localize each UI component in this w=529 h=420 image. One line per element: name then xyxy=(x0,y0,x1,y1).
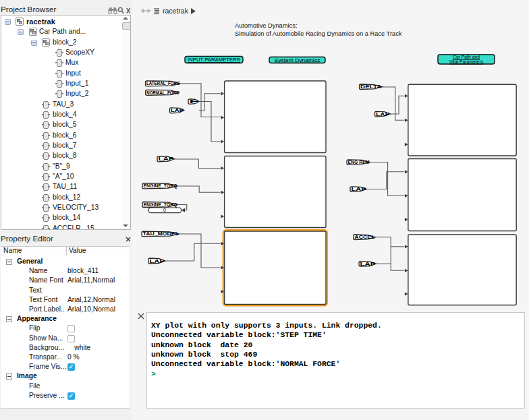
svg-text:Vital Parameters: Vital Parameters xyxy=(449,59,484,64)
svg-text:LAP: LAP xyxy=(360,262,377,266)
svg-text:LAP: LAP xyxy=(150,259,165,264)
svg-text:LAP: LAP xyxy=(352,187,367,191)
svg-text:ACCEL: ACCEL xyxy=(354,235,375,239)
svg-text:LAP: LAP xyxy=(376,112,390,117)
svg-text:DELTA: DELTA xyxy=(360,84,382,89)
svg-text:TAU_MODEL: TAU_MODEL xyxy=(143,231,179,236)
svg-text:LAP: LAP xyxy=(171,108,184,113)
svg-text:0: 0 xyxy=(163,208,166,212)
svg-text:LAP: LAP xyxy=(159,156,175,161)
svg-text:ENGINE_TORQ: ENGINE_TORQ xyxy=(144,183,178,189)
svg-text:System Dynamics: System Dynamics xyxy=(275,57,321,63)
svg-text:F: F xyxy=(190,99,200,104)
svg-text:NORMAL_FORC: NORMAL_FORC xyxy=(146,90,179,95)
svg-text:ENG RPM: ENG RPM xyxy=(348,160,370,164)
svg-text:INPUT PARAMETERS: INPUT PARAMETERS xyxy=(188,57,240,63)
svg-text:ENGINE_TORQ: ENGINE_TORQ xyxy=(144,202,178,208)
svg-text:LATERAL_FORC: LATERAL_FORC xyxy=(146,81,180,86)
